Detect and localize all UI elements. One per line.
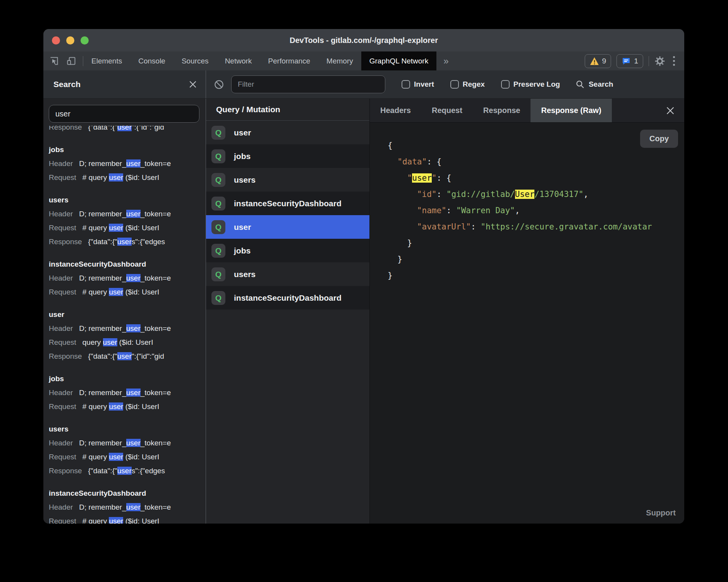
tab-graphql-network[interactable]: GraphQL Network — [361, 51, 436, 70]
tab-memory[interactable]: Memory — [318, 51, 361, 70]
json-match-highlight: User — [515, 190, 535, 199]
result-field-value: {"data":{"users":{"edges — [88, 238, 165, 246]
search-result-row[interactable]: Requestquery user ($id: UserI — [49, 336, 206, 349]
search-result-row[interactable]: Response{"data":{"user":{"id":"gid — [49, 126, 206, 134]
result-field-label: Header — [49, 210, 73, 218]
tab-elements[interactable]: Elements — [83, 51, 130, 70]
result-field-label: Response — [49, 467, 82, 475]
detail-tab-headers[interactable]: Headers — [370, 99, 421, 122]
result-field-label: Response — [49, 352, 82, 360]
query-list-item[interactable]: QinstanceSecurityDashboard — [206, 286, 369, 310]
search-result-row[interactable]: HeaderD; remember_user_token=e — [49, 386, 206, 400]
inspect-element-icon[interactable] — [49, 56, 59, 66]
result-field-label: Request — [49, 453, 76, 461]
tab-performance[interactable]: Performance — [260, 51, 318, 70]
regex-label: Regex — [463, 80, 485, 89]
search-match-highlight: user — [109, 224, 123, 232]
preserve-log-checkbox[interactable] — [501, 80, 510, 89]
result-field-label: Request — [49, 338, 76, 346]
query-name: jobs — [234, 246, 251, 255]
detail-tab-response-raw[interactable]: Response (Raw) — [531, 99, 612, 122]
search-section-title[interactable]: user — [49, 308, 206, 322]
network-filter-toolbar: Invert Regex Preserve Log Search — [206, 70, 684, 98]
json-line: "data": { — [388, 154, 684, 170]
query-type-icon: Q — [211, 173, 225, 187]
device-toolbar-icon[interactable] — [66, 56, 77, 66]
query-name: instanceSecurityDashboard — [234, 199, 342, 208]
search-result-row[interactable]: Response{"data":{"users":{"edges — [49, 235, 206, 249]
search-toggle[interactable]: Search — [575, 80, 613, 89]
tabbar-left-icons — [43, 51, 83, 70]
search-result-row[interactable]: HeaderD; remember_user_token=e — [49, 322, 206, 336]
detail-tab-request[interactable]: Request — [421, 99, 473, 122]
warnings-badge[interactable]: 9 — [585, 54, 611, 68]
search-section-title[interactable]: instanceSecurityDashboard — [49, 486, 206, 500]
search-result-row[interactable]: HeaderD; remember_user_token=e — [49, 207, 206, 221]
search-result-row[interactable]: Request# query user ($id: UserI — [49, 285, 206, 299]
window-title: DevTools - gitlab.com/-/graphql-explorer — [43, 36, 684, 45]
settings-gear-icon[interactable] — [654, 56, 665, 67]
search-result-row[interactable]: Request# query user ($id: UserI — [49, 514, 206, 524]
tab-console[interactable]: Console — [130, 51, 173, 70]
search-section-title[interactable]: jobs — [49, 143, 206, 157]
search-result-row[interactable]: Request# query user ($id: UserI — [49, 171, 206, 185]
search-input[interactable] — [49, 105, 199, 123]
query-panel: Query / Mutation QuserQjobsQusersQinstan… — [206, 99, 370, 524]
search-result-row[interactable]: HeaderD; remember_user_token=e — [49, 157, 206, 171]
query-list-item[interactable]: QinstanceSecurityDashboard — [206, 192, 369, 215]
close-detail-icon[interactable] — [666, 106, 675, 115]
more-tabs-chevron[interactable]: » — [436, 51, 455, 70]
regex-checkbox-group[interactable]: Regex — [450, 80, 485, 89]
tab-network[interactable]: Network — [217, 51, 260, 70]
search-result-row[interactable]: HeaderD; remember_user_token=e — [49, 271, 206, 285]
invert-checkbox[interactable] — [402, 80, 410, 89]
tab-sources[interactable]: Sources — [173, 51, 217, 70]
messages-badge[interactable]: 1 — [616, 54, 643, 68]
preserve-log-checkbox-group[interactable]: Preserve Log — [501, 80, 560, 89]
more-options-icon[interactable] — [671, 56, 677, 66]
result-field-label: Request — [49, 517, 76, 524]
result-field-value: D; remember_user_token=e — [79, 159, 171, 168]
search-section-title[interactable]: users — [49, 193, 206, 207]
result-field-label: Header — [49, 324, 73, 332]
search-match-highlight: user — [126, 274, 141, 282]
result-field-label: Request — [49, 173, 76, 181]
support-link[interactable]: Support — [646, 508, 676, 517]
query-list-item[interactable]: Qjobs — [206, 239, 369, 262]
search-result-row[interactable]: Response{"data":{"users":{"edges — [49, 464, 206, 478]
result-field-value: # query user ($id: UserI — [82, 453, 160, 461]
search-result-row[interactable]: Request# query user ($id: UserI — [49, 450, 206, 464]
invert-checkbox-group[interactable]: Invert — [402, 80, 434, 89]
query-type-icon: Q — [211, 291, 225, 305]
block-requests-icon[interactable] — [214, 79, 224, 90]
message-bubble-icon — [622, 56, 631, 66]
search-section-title[interactable]: users — [49, 422, 206, 436]
query-panel-header: Query / Mutation — [206, 99, 369, 121]
search-result-row[interactable]: Response{"data":{"user":{"id":"gid — [49, 349, 206, 363]
query-list-item[interactable]: Quser — [206, 215, 369, 239]
query-list-item[interactable]: Quser — [206, 121, 369, 144]
search-match-highlight: user — [117, 352, 132, 360]
search-result-row[interactable]: Request# query user ($id: UserI — [49, 400, 206, 414]
search-input-wrap — [43, 99, 206, 126]
detail-body: Copy { "data": { "user": { "id": "gid://… — [370, 123, 684, 524]
filter-input[interactable] — [231, 75, 385, 93]
panel-tabs: Elements Console Sources Network Perform… — [83, 51, 436, 70]
regex-checkbox[interactable] — [450, 80, 459, 89]
detail-close-wrap — [656, 99, 684, 122]
search-result-row[interactable]: HeaderD; remember_user_token=e — [49, 436, 206, 450]
query-list-item[interactable]: Qjobs — [206, 144, 369, 168]
search-result-row[interactable]: HeaderD; remember_user_token=e — [49, 500, 206, 514]
preserve-log-label: Preserve Log — [513, 80, 560, 89]
result-field-label: Header — [49, 274, 73, 282]
detail-tab-response[interactable]: Response — [473, 99, 531, 122]
search-section-title[interactable]: instanceSecurityDashboard — [49, 257, 206, 271]
close-search-icon[interactable] — [189, 80, 197, 89]
query-list-item[interactable]: Qusers — [206, 168, 369, 192]
query-list-item[interactable]: Qusers — [206, 262, 369, 286]
search-result-row[interactable]: Request# query user ($id: UserI — [49, 221, 206, 235]
query-name: user — [234, 223, 251, 232]
search-section-title[interactable]: jobs — [49, 372, 206, 386]
result-field-value: # query user ($id: UserI — [82, 402, 160, 411]
copy-button[interactable]: Copy — [640, 130, 678, 148]
